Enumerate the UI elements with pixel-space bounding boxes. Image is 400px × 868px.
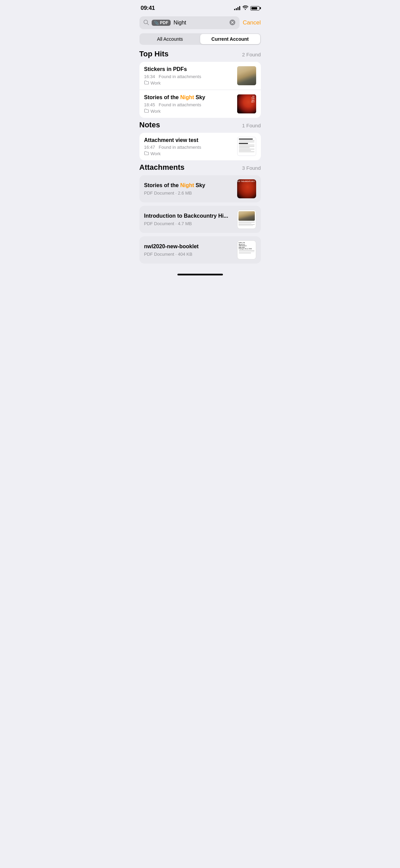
search-query-text: Night bbox=[173, 20, 226, 26]
attachment-item-content: Introduction to Backcountry Hi... PDF Do… bbox=[144, 213, 233, 226]
search-icon bbox=[144, 20, 149, 26]
notes-title: Notes bbox=[139, 121, 160, 129]
notes-item-content: Attachment view test 16:47 Found in atta… bbox=[144, 137, 233, 157]
top-hits-item-folder: Work bbox=[144, 80, 233, 86]
top-hits-item-content: Stickers in PDFs 16:34 Found in attachme… bbox=[144, 66, 233, 86]
status-bar: 09:41 bbox=[134, 0, 266, 14]
folder-icon bbox=[144, 109, 149, 114]
current-account-tab[interactable]: Current Account bbox=[200, 34, 260, 44]
notes-count: 1 Found bbox=[242, 123, 261, 128]
attachment-item[interactable]: Introduction to Backcountry Hi... PDF Do… bbox=[139, 206, 261, 233]
notes-item-meta: 16:47 Found in attachments bbox=[144, 145, 233, 150]
wifi-icon bbox=[242, 5, 248, 11]
attachment-item-content: nwl2020-new-booklet PDF Document · 404 K… bbox=[144, 243, 233, 257]
attachments-header: Attachments 3 Found bbox=[134, 163, 266, 175]
top-hits-item-meta: 16:34 Found in attachments bbox=[144, 74, 233, 79]
attachment-item-meta: PDF Document · 404 KB bbox=[144, 252, 233, 257]
paperclip-icon: 📎 bbox=[154, 21, 159, 25]
notes-item-title: Attachment view test bbox=[144, 137, 233, 144]
top-hits-item[interactable]: Stories of the Night Sky 18:45 Found in … bbox=[139, 90, 261, 118]
attachment-item-meta: PDF Document · 4.7 MB bbox=[144, 221, 233, 226]
all-accounts-tab[interactable]: All Accounts bbox=[140, 34, 200, 44]
attachment-item-thumbnail: N.W.L.F.AWord List2020 EditionNWL2020Cha… bbox=[237, 240, 256, 259]
top-hits-card: Stickers in PDFs 16:34 Found in attachme… bbox=[139, 62, 261, 118]
top-hits-section: Top Hits 2 Found Stickers in PDFs 16:34 … bbox=[134, 50, 266, 118]
top-hits-header: Top Hits 2 Found bbox=[134, 50, 266, 62]
svg-line-1 bbox=[147, 23, 149, 25]
top-hits-item-title: Stickers in PDFs bbox=[144, 66, 233, 73]
cancel-button[interactable]: Cancel bbox=[243, 19, 261, 26]
clear-search-button[interactable] bbox=[229, 19, 235, 26]
top-hits-item-thumbnail: OFTHENIGSKY bbox=[237, 94, 256, 113]
attachments-section: Attachments 3 Found Stories of the Night… bbox=[134, 163, 266, 264]
top-hits-item-thumbnail bbox=[237, 66, 256, 85]
pdf-badge-label: PDF bbox=[160, 20, 169, 25]
attachment-item-meta: PDF Document · 2.6 MB bbox=[144, 191, 233, 196]
attachment-item-title: nwl2020-new-booklet bbox=[144, 243, 233, 250]
attachment-item-title: Stories of the Night Sky bbox=[144, 182, 233, 189]
folder-icon bbox=[144, 151, 149, 156]
accounts-segmented-control: All Accounts Current Account bbox=[139, 33, 261, 45]
attachment-item-thumbnail bbox=[237, 210, 256, 229]
battery-icon bbox=[250, 6, 260, 11]
top-hits-item-folder: Work bbox=[144, 109, 233, 114]
attachment-item-thumbnail bbox=[237, 179, 256, 198]
attachment-item-content: Stories of the Night Sky PDF Document · … bbox=[144, 182, 233, 196]
signal-icon bbox=[234, 6, 240, 10]
attachments-title: Attachments bbox=[139, 163, 185, 172]
status-icons bbox=[234, 5, 260, 11]
home-bar bbox=[177, 274, 223, 275]
notes-item[interactable]: Attachment view test 16:47 Found in atta… bbox=[139, 133, 261, 161]
attachment-item-title: Introduction to Backcountry Hi... bbox=[144, 213, 233, 220]
attachment-item[interactable]: nwl2020-new-booklet PDF Document · 404 K… bbox=[139, 236, 261, 264]
top-hits-item-meta: 18:45 Found in attachments bbox=[144, 102, 233, 107]
attachment-item[interactable]: Stories of the Night Sky PDF Document · … bbox=[139, 175, 261, 202]
pdf-filter-badge[interactable]: 📎 PDF bbox=[152, 20, 171, 26]
folder-icon bbox=[144, 80, 149, 86]
search-container: 📎 PDF Night Cancel bbox=[134, 14, 266, 33]
notes-card: Attachment view test 16:47 Found in atta… bbox=[139, 133, 261, 161]
top-hits-item-content: Stories of the Night Sky 18:45 Found in … bbox=[144, 94, 233, 114]
top-hits-count: 2 Found bbox=[242, 52, 261, 57]
attachments-count: 3 Found bbox=[242, 165, 261, 171]
status-time: 09:41 bbox=[141, 5, 155, 12]
notes-item-folder: Work bbox=[144, 151, 233, 156]
top-hits-title: Top Hits bbox=[139, 50, 169, 58]
top-hits-item-title: Stories of the Night Sky bbox=[144, 94, 233, 101]
top-hits-item[interactable]: Stickers in PDFs 16:34 Found in attachme… bbox=[139, 62, 261, 90]
notes-section: Notes 1 Found Attachment view test 16:47… bbox=[134, 121, 266, 161]
home-indicator bbox=[134, 267, 266, 278]
search-bar[interactable]: 📎 PDF Night bbox=[139, 16, 240, 29]
notes-header: Notes 1 Found bbox=[134, 121, 266, 133]
notes-item-thumbnail bbox=[237, 137, 256, 156]
